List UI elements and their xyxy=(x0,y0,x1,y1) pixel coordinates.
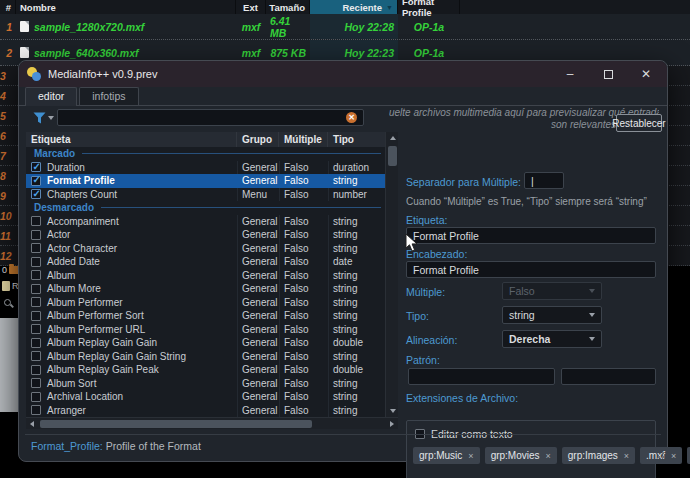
column-header-recent[interactable]: Reciente▼ xyxy=(310,0,398,14)
filter-menu-button[interactable] xyxy=(33,110,55,126)
scroll-left-icon[interactable] xyxy=(26,418,38,430)
table-row[interactable]: Actor General Falso string xyxy=(26,228,385,242)
remove-tag-icon[interactable]: × xyxy=(468,451,473,461)
tab-editor[interactable]: editor xyxy=(25,87,77,106)
table-row[interactable]: Album General Falso string xyxy=(26,269,385,283)
tab-infotips[interactable]: infotips xyxy=(79,87,138,105)
remove-tag-icon[interactable]: × xyxy=(671,451,676,461)
column-header-ext[interactable]: Ext xyxy=(236,0,266,14)
row-checkbox[interactable] xyxy=(31,243,41,253)
etiqueta-input[interactable]: Format Profile xyxy=(406,227,656,244)
table-row[interactable]: Archival Location General Falso string xyxy=(26,390,385,404)
row-checkbox[interactable] xyxy=(31,257,41,267)
remove-tag-icon[interactable]: × xyxy=(624,451,629,461)
row-checkbox[interactable] xyxy=(31,270,41,280)
column-header-format[interactable]: Format Profile xyxy=(398,0,460,14)
cell-multiple: Falso xyxy=(279,296,328,310)
encabezado-input[interactable]: Format Profile xyxy=(406,261,656,278)
table-row[interactable]: Album Replay Gain Gain General Falso dou… xyxy=(26,336,385,350)
row-checkbox[interactable] xyxy=(31,284,41,294)
patron-input-1[interactable] xyxy=(408,368,555,385)
remove-tag-icon[interactable]: × xyxy=(546,451,551,461)
row-checkbox[interactable] xyxy=(31,405,41,415)
section-header: Desmarcado xyxy=(26,201,385,215)
table-row[interactable]: Arranger General Falso string xyxy=(26,404,385,418)
table-row[interactable]: Format Profile General Falso string xyxy=(26,174,385,188)
cell-tipo: double xyxy=(328,363,385,377)
file-table-header: # Nombre Ext Tamaño Reciente▼ Format Pro… xyxy=(0,0,690,14)
column-header-name[interactable]: Nombre xyxy=(16,0,236,14)
row-checkbox[interactable] xyxy=(31,311,41,321)
file-row-number: 12 xyxy=(0,250,16,262)
cell-grupo: General xyxy=(237,242,279,256)
vertical-scrollbar[interactable] xyxy=(385,132,398,417)
row-checkbox[interactable] xyxy=(31,216,41,226)
field-column-multiple[interactable]: Múltiple xyxy=(279,132,328,147)
row-checkbox[interactable] xyxy=(31,351,41,361)
scroll-down-icon[interactable] xyxy=(386,405,399,417)
table-row[interactable]: Album Replay Gain Gain String General Fa… xyxy=(26,350,385,364)
separator-input[interactable]: | xyxy=(524,172,564,189)
file-row-name: sample_1280x720.mxf xyxy=(16,14,236,39)
close-button[interactable]: ✕ xyxy=(635,65,657,83)
cell-grupo: Menu xyxy=(237,188,279,202)
row-checkbox[interactable] xyxy=(31,230,41,240)
cell-tipo: string xyxy=(328,404,385,418)
column-header-filler xyxy=(460,0,690,14)
horizontal-scroll-thumb[interactable] xyxy=(40,420,312,428)
filter-search-input[interactable] xyxy=(57,109,364,126)
row-checkbox[interactable] xyxy=(31,297,41,307)
dialog-titlebar[interactable]: MediaInfo++ v0.9.prev – ✕ xyxy=(19,61,667,87)
table-row[interactable]: Album Performer Sort General Falso strin… xyxy=(26,309,385,323)
section-line xyxy=(101,207,381,208)
table-row[interactable]: Album Performer URL General Falso string xyxy=(26,323,385,337)
table-row[interactable]: Album More General Falso string xyxy=(26,282,385,296)
window-title: MediaInfo++ v0.9.prev xyxy=(48,68,157,80)
resize-grip[interactable] xyxy=(656,450,664,458)
field-column-tipo[interactable]: Tipo xyxy=(328,132,385,147)
table-row[interactable]: Added Date General Falso date xyxy=(26,255,385,269)
minimize-button[interactable]: – xyxy=(559,65,581,83)
cell-etiqueta: Format Profile xyxy=(26,174,237,188)
row-checkbox[interactable] xyxy=(31,324,41,334)
file-icon xyxy=(20,47,29,58)
table-row[interactable]: Chapters Count Menu Falso number xyxy=(26,188,385,202)
table-row[interactable]: Actor Character General Falso string xyxy=(26,242,385,256)
reset-button[interactable]: Restablecer xyxy=(616,114,662,132)
field-column-etiqueta[interactable]: Etiqueta xyxy=(26,132,237,147)
cell-etiqueta: Album Replay Gain Gain String xyxy=(26,350,237,364)
vertical-scroll-thumb[interactable] xyxy=(388,146,397,166)
row-checkbox[interactable] xyxy=(31,189,41,199)
clear-search-icon[interactable]: ✕ xyxy=(346,112,357,123)
cell-grupo: General xyxy=(237,390,279,404)
maximize-button[interactable] xyxy=(597,65,619,83)
cell-etiqueta: Album More xyxy=(26,282,237,296)
table-row[interactable]: Album Sort General Falso string xyxy=(26,377,385,391)
cell-etiqueta: Actor xyxy=(26,228,237,242)
alineacion-select[interactable]: Derecha xyxy=(502,330,602,348)
patron-input-2[interactable] xyxy=(561,368,656,385)
scroll-up-icon[interactable] xyxy=(386,132,399,144)
section-header: Marcado xyxy=(26,147,385,161)
column-header-number[interactable]: # xyxy=(0,0,16,14)
field-column-grupo[interactable]: Grupo xyxy=(237,132,279,147)
table-row[interactable]: Album Performer General Falso string xyxy=(26,296,385,310)
column-header-size[interactable]: Tamaño xyxy=(266,0,310,14)
row-checkbox[interactable] xyxy=(31,176,41,186)
file-row[interactable]: 1 sample_1280x720.mxf mxf 6.41 MB Hoy 22… xyxy=(0,14,690,40)
field-editor-panel: Separador para Múltiple: | Cuando “Múlti… xyxy=(406,128,658,476)
horizontal-scrollbar[interactable] xyxy=(26,417,398,429)
row-checkbox[interactable] xyxy=(31,338,41,348)
scroll-right-icon[interactable] xyxy=(386,418,398,430)
table-row[interactable]: Accompaniment General Falso string xyxy=(26,215,385,229)
row-checkbox[interactable] xyxy=(31,365,41,375)
file-row-number: 2 xyxy=(0,40,16,65)
row-checkbox[interactable] xyxy=(31,392,41,402)
tipo-select[interactable]: string xyxy=(502,306,602,324)
multiple-select: Falso xyxy=(502,282,602,300)
cell-multiple: Falso xyxy=(279,323,328,337)
row-checkbox[interactable] xyxy=(31,162,41,172)
row-checkbox[interactable] xyxy=(31,378,41,388)
table-row[interactable]: Album Replay Gain Peak General Falso dou… xyxy=(26,363,385,377)
table-row[interactable]: Duration General Falso duration xyxy=(26,161,385,175)
